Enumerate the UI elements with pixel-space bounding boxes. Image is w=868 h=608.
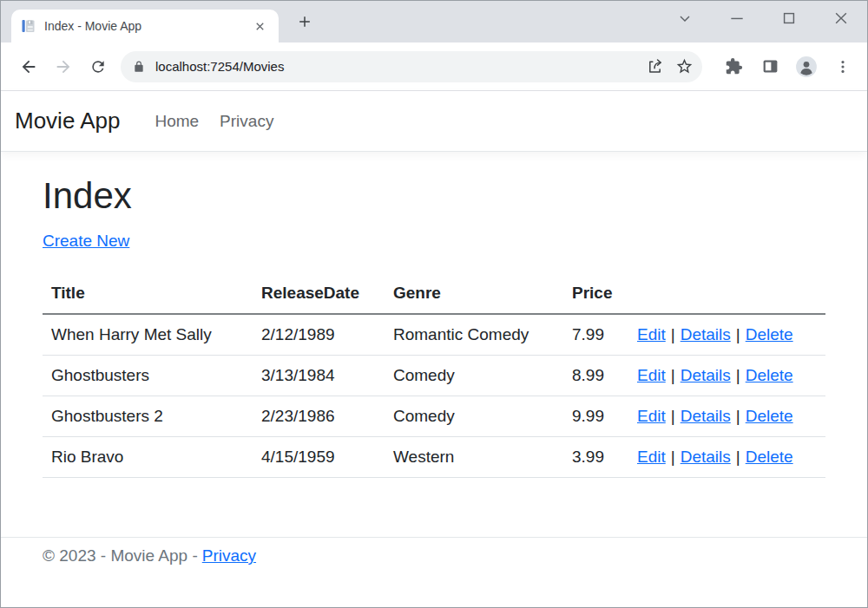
cell-genre: Western (385, 437, 563, 478)
url-text[interactable]: localhost:7254/Movies (155, 59, 640, 74)
cell-actions: Edit|Details|Delete (628, 396, 825, 437)
tab-strip: Index - Movie App (1, 1, 867, 42)
cell-title: Ghostbusters 2 (43, 396, 253, 437)
window-controls (671, 4, 855, 32)
table-row: When Harry Met Sally 2/12/1989 Romantic … (43, 314, 825, 356)
delete-link[interactable]: Delete (746, 448, 793, 466)
cell-release-date: 2/12/1989 (253, 314, 385, 356)
tab-close-icon[interactable] (251, 17, 268, 35)
cell-actions: Edit|Details|Delete (628, 314, 825, 356)
nav-link-privacy[interactable]: Privacy (213, 105, 280, 138)
cell-actions: Edit|Details|Delete (628, 356, 825, 396)
window-close-icon[interactable] (827, 4, 855, 32)
action-separator: | (736, 366, 740, 384)
column-header-genre: Genre (385, 273, 563, 314)
cell-actions: Edit|Details|Delete (628, 437, 825, 478)
details-link[interactable]: Details (681, 407, 731, 425)
column-header-releasedate: ReleaseDate (253, 273, 385, 314)
kebab-menu-icon[interactable] (825, 49, 860, 84)
edit-link[interactable]: Edit (637, 325, 666, 343)
table-row: Ghostbusters 3/13/1984 Comedy 8.99 Edit|… (43, 356, 825, 396)
forward-icon[interactable] (46, 49, 81, 84)
delete-link[interactable]: Delete (746, 407, 793, 425)
edit-link[interactable]: Edit (637, 407, 666, 425)
cell-price: 8.99 (563, 356, 628, 396)
cell-price: 9.99 (563, 396, 628, 437)
column-header-title: Title (43, 273, 253, 314)
cell-title: Ghostbusters (43, 356, 253, 396)
cell-title: Rio Bravo (43, 437, 253, 478)
details-link[interactable]: Details (681, 448, 731, 466)
browser-toolbar: localhost:7254/Movies (1, 42, 867, 91)
browser-tab[interactable]: Index - Movie App (11, 10, 279, 42)
back-icon[interactable] (11, 49, 46, 84)
edit-link[interactable]: Edit (637, 448, 666, 466)
action-separator: | (671, 407, 675, 425)
navbar-brand[interactable]: Movie App (15, 108, 120, 134)
action-separator: | (736, 407, 740, 425)
tab-search-chevron-icon[interactable] (671, 4, 699, 32)
footer-text: © 2023 - Movie App - (43, 546, 198, 565)
action-separator: | (736, 448, 740, 466)
column-header-actions (628, 273, 825, 314)
action-separator: | (736, 325, 740, 343)
details-link[interactable]: Details (681, 366, 731, 384)
column-header-price: Price (563, 273, 628, 314)
cell-price: 3.99 (563, 437, 628, 478)
main-content: Index Create New Title ReleaseDate Genre… (1, 174, 867, 478)
cell-title: When Harry Met Sally (43, 314, 253, 356)
table-row: Rio Bravo 4/15/1959 Western 3.99 Edit|De… (43, 437, 825, 478)
site-navbar: Movie App Home Privacy (1, 91, 867, 152)
favicon (22, 19, 36, 33)
nav-link-home[interactable]: Home (148, 105, 206, 138)
table-row: Ghostbusters 2 2/23/1986 Comedy 9.99 Edi… (43, 396, 825, 437)
extensions-puzzle-icon[interactable] (716, 49, 751, 84)
create-new-link[interactable]: Create New (43, 232, 129, 250)
cell-release-date: 2/23/1986 (253, 396, 385, 437)
table-header-row: Title ReleaseDate Genre Price (43, 273, 825, 314)
maximize-icon[interactable] (775, 4, 803, 32)
toolbar-actions (716, 49, 860, 84)
web-page: Movie App Home Privacy Index Create New … (1, 91, 867, 607)
share-icon[interactable] (640, 52, 669, 82)
cell-genre: Comedy (385, 396, 563, 437)
minimize-icon[interactable] (723, 4, 751, 32)
cell-genre: Romantic Comedy (385, 314, 563, 356)
action-separator: | (671, 325, 675, 343)
profile-avatar-icon[interactable] (789, 49, 824, 84)
lock-icon[interactable] (133, 61, 145, 73)
cell-genre: Comedy (385, 356, 563, 396)
address-bar[interactable]: localhost:7254/Movies (121, 51, 702, 82)
footer-privacy-link[interactable]: Privacy (202, 546, 256, 565)
site-footer: © 2023 - Movie App -Privacy (1, 537, 867, 574)
delete-link[interactable]: Delete (746, 325, 793, 343)
page-title: Index (43, 174, 825, 218)
reload-icon[interactable] (81, 49, 115, 84)
cell-release-date: 3/13/1984 (253, 356, 385, 396)
side-panel-icon[interactable] (753, 49, 787, 84)
action-separator: | (671, 448, 675, 466)
action-separator: | (671, 366, 675, 384)
details-link[interactable]: Details (681, 325, 731, 343)
delete-link[interactable]: Delete (746, 366, 793, 384)
edit-link[interactable]: Edit (637, 366, 666, 384)
cell-price: 7.99 (563, 314, 628, 356)
movies-table: Title ReleaseDate Genre Price When Harry… (43, 273, 825, 478)
bookmark-star-icon[interactable] (669, 52, 699, 82)
cell-release-date: 4/15/1959 (253, 437, 385, 478)
new-tab-icon[interactable] (293, 10, 317, 34)
tab-title: Index - Movie App (44, 19, 242, 33)
browser-window: Index - Movie App (0, 0, 868, 608)
